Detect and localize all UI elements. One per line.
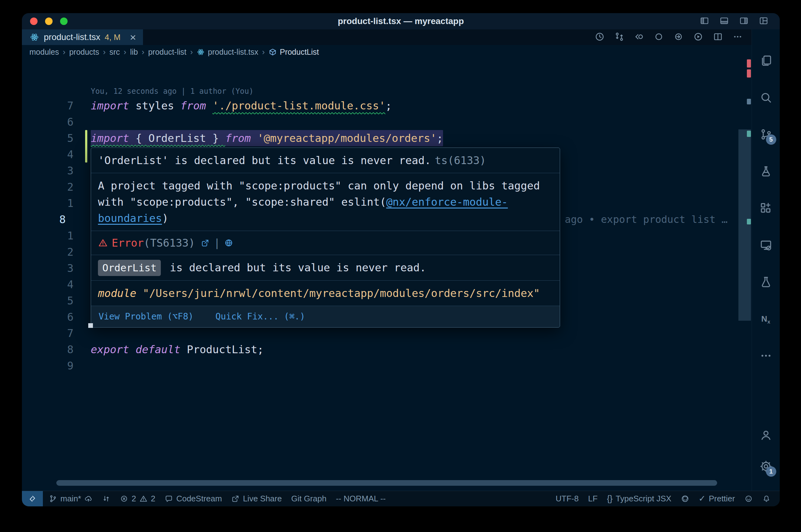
run-file-button[interactable] (693, 32, 703, 43)
split-editor-button[interactable] (713, 32, 723, 43)
status-feedback[interactable] (740, 491, 758, 506)
code-line[interactable]: 8export default ProductList; (22, 341, 751, 358)
breadcrumb-item-product-list-tsx[interactable]: product-list.tsx (197, 48, 258, 57)
status-github[interactable] (676, 491, 694, 506)
globe-icon[interactable] (224, 238, 233, 248)
svg-text:x: x (767, 319, 770, 325)
panel-right-icon (739, 16, 749, 26)
code-token (251, 132, 257, 145)
next-change-button[interactable] (673, 32, 684, 43)
status-encoding[interactable]: UTF-8 (551, 491, 584, 506)
gutter-modified-indicator (85, 130, 87, 163)
code-token: import (91, 99, 129, 112)
view-problem-link[interactable]: View Problem (⌥F8) (98, 310, 193, 323)
code-token: ProductList; (187, 343, 264, 356)
overview-ruler-mark (747, 131, 751, 137)
git-codelens[interactable]: You, 12 seconds ago | 1 author (You) (91, 85, 751, 97)
activity-extensions[interactable] (759, 201, 773, 215)
hover-quick-info: 'OrderList' is declared but its value is… (91, 148, 560, 173)
line-number: 8 (22, 211, 66, 228)
activity-settings[interactable]: 1 (759, 459, 773, 473)
breadcrumb-label: src (110, 48, 120, 57)
activity-explorer[interactable] (759, 54, 773, 68)
symbol-chip: OrderList (98, 260, 161, 276)
react-icon (30, 32, 39, 42)
line-number: 3 (22, 163, 74, 179)
code-line[interactable]: 6 (22, 114, 751, 130)
code-line[interactable]: 5import { OrderList } from '@myreactapp/… (22, 130, 751, 146)
toggle-panel-button[interactable] (719, 16, 729, 27)
vertical-scrollbar[interactable] (739, 129, 751, 321)
status-git-branch[interactable]: main* (44, 491, 97, 506)
open-changes-button[interactable] (634, 32, 644, 43)
status-prettier[interactable]: ✓Prettier (694, 491, 740, 506)
breadcrumb-item-src[interactable]: src (110, 48, 120, 57)
status-notifications[interactable] (758, 491, 775, 506)
breadcrumb-item-modules[interactable]: modules (30, 48, 59, 57)
status-git-graph[interactable]: Git Graph (287, 491, 331, 506)
activity-run-and-debug[interactable] (759, 165, 773, 178)
activity-nx-console[interactable]: Nx (759, 312, 773, 326)
status-vim-mode[interactable]: -- NORMAL -- (331, 491, 390, 506)
activity-source-control[interactable]: 5 (759, 128, 773, 141)
status-problems[interactable]: 22 (115, 491, 160, 506)
close-window-button[interactable] (30, 18, 38, 25)
breadcrumb-label: product-list (148, 48, 186, 57)
line-number: 3 (22, 260, 74, 276)
activity-accounts[interactable] (759, 428, 773, 442)
toggle-right-sidebar-button[interactable] (739, 16, 749, 27)
panel-bottom-icon (719, 16, 729, 26)
status-live-share[interactable]: Live Share (226, 491, 286, 506)
lint-text-close: ) (162, 212, 168, 224)
code-line[interactable]: 9 (22, 358, 751, 374)
line-number: 6 (22, 114, 74, 130)
activity-remote-explorer[interactable] (759, 238, 773, 252)
split-editor-icon (713, 32, 723, 42)
minimize-window-button[interactable] (45, 18, 53, 25)
activity-testing[interactable] (759, 275, 773, 289)
error-circle-icon (120, 494, 128, 503)
status-language-mode[interactable]: {}TypeScript JSX (602, 491, 676, 506)
breadcrumb-separator: › (124, 47, 126, 57)
activity-additional-views[interactable] (759, 349, 773, 363)
breadcrumb-label: products (69, 48, 99, 57)
status-remote-indicator[interactable] (22, 491, 43, 506)
status-text: Live Share (243, 494, 281, 504)
tab-problems-badge: 4, M (105, 33, 121, 42)
horizontal-scrollbar[interactable] (56, 480, 717, 486)
circle-arrow-icon (673, 32, 684, 42)
play-circle-icon (693, 32, 703, 42)
compare-changes-button[interactable] (614, 32, 624, 43)
status-eol[interactable]: LF (583, 491, 602, 506)
previous-change-button[interactable] (654, 32, 664, 43)
zoom-window-button[interactable] (60, 18, 68, 25)
toggle-left-sidebar-button[interactable] (699, 16, 709, 27)
code-token: { (129, 132, 148, 145)
tab-product-list[interactable]: product-list.tsx 4, M × (22, 30, 143, 45)
breadcrumb-item-lib[interactable]: lib (130, 48, 138, 57)
more-actions-button[interactable] (732, 32, 743, 43)
breadcrumb-item-products[interactable]: products (69, 48, 99, 57)
code-token: './product-list.module.css' (213, 99, 385, 112)
code-line[interactable]: 7import styles from './product-list.modu… (22, 97, 751, 114)
breadcrumb-item-product-list[interactable]: product-list (148, 48, 186, 57)
status-text: UTF-8 (556, 494, 579, 504)
hover-resize-grip[interactable] (88, 323, 93, 328)
timeline-button[interactable] (595, 32, 605, 43)
hover-widget: 'OrderList' is declared but its value is… (91, 148, 560, 327)
breadcrumb: modules›products›src›lib›product-list›pr… (22, 45, 751, 59)
breadcrumb-separator: › (190, 47, 193, 57)
quick-fix-link[interactable]: Quick Fix... (⌘.) (215, 310, 305, 323)
code-editor[interactable]: You, 12 seconds ago | 1 author (You) 7im… (22, 59, 751, 491)
code-token: ; (436, 132, 443, 145)
customize-layout-button[interactable] (759, 16, 768, 27)
external-link-icon[interactable] (201, 238, 210, 248)
status-gitlens-compare[interactable] (97, 491, 115, 506)
breadcrumb-item-productlist[interactable]: ProductList (269, 48, 319, 57)
tab-close-icon[interactable]: × (130, 32, 136, 42)
code-token: default (135, 343, 180, 356)
activity-search[interactable] (759, 91, 773, 104)
warning-triangle-icon (139, 494, 148, 503)
status-codestream[interactable]: CodeStream (160, 491, 226, 506)
nx-icon: Nx (759, 312, 772, 325)
